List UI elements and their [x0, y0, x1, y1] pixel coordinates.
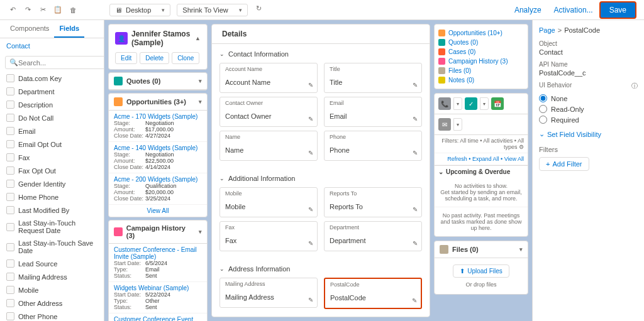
refresh-icon[interactable]: ↻ — [254, 4, 264, 14]
edit-button[interactable]: Edit — [115, 52, 137, 64]
chevron-down-icon[interactable]: ▾ — [199, 99, 202, 105]
field-item-do-not-call[interactable]: Do Not Call — [0, 111, 104, 124]
chevron-down-icon[interactable]: ⌄ — [219, 51, 225, 57]
edit-icon[interactable]: ✎ — [308, 206, 313, 213]
add-filter-button[interactable]: +Add Filter — [539, 157, 589, 171]
follow-icon[interactable]: ▲ — [195, 35, 201, 41]
opportunity-link[interactable]: Acme - 170 Widgets (Sample) — [114, 113, 202, 120]
files-header[interactable]: Files (0) — [452, 246, 479, 253]
opportunity-item[interactable]: Acme - 200 Widgets (Sample)Stage:Qualifi… — [109, 173, 207, 205]
field-search-input[interactable] — [18, 59, 104, 67]
field-fax[interactable]: FaxFax✎ — [219, 221, 318, 251]
edit-icon[interactable]: ✎ — [308, 150, 313, 156]
edit-icon[interactable]: ✎ — [413, 82, 418, 89]
email-menu[interactable]: ▾ — [453, 118, 462, 131]
info-icon[interactable]: ⓘ — [631, 82, 638, 90]
related-link[interactable]: Files (0) — [438, 66, 524, 75]
cut-icon[interactable]: ✂ — [38, 5, 48, 15]
related-link[interactable]: Quotes (0) — [438, 38, 524, 47]
related-link-label[interactable]: Quotes (0) — [448, 39, 478, 46]
chevron-down-icon[interactable]: ▾ — [199, 78, 202, 84]
undo-icon[interactable]: ↶ — [8, 5, 18, 15]
campaign-link[interactable]: Customer Conference - Email Invite (Samp… — [114, 246, 202, 260]
radio-readonly[interactable]: Read-Only — [539, 104, 638, 114]
chevron-down-icon[interactable]: ▾ — [199, 229, 202, 235]
field-item-mobile[interactable]: Mobile — [0, 283, 104, 297]
field-item-department[interactable]: Department — [0, 85, 104, 98]
related-link-label[interactable]: Campaign History (3) — [448, 58, 508, 65]
edit-icon[interactable]: ✎ — [308, 82, 313, 89]
radio-required[interactable]: Required — [539, 114, 638, 125]
filter-gear-icon[interactable]: ⚙ — [519, 144, 524, 150]
edit-icon[interactable]: ✎ — [412, 297, 417, 304]
chevron-down-icon[interactable]: ⌄ — [438, 168, 443, 175]
set-field-visibility[interactable]: ⌄Set Field Visibility — [539, 130, 638, 138]
copy-icon[interactable]: 📋 — [53, 5, 63, 15]
field-item-email-opt-out[interactable]: Email Opt Out — [0, 138, 104, 151]
chevron-down-icon[interactable]: ⌄ — [219, 175, 225, 182]
related-link-label[interactable]: Cases (0) — [448, 48, 475, 55]
log-call-menu[interactable]: ▾ — [453, 97, 462, 110]
edit-icon[interactable]: ✎ — [308, 297, 313, 303]
field-reports-to[interactable]: Reports ToReports To✎ — [324, 187, 422, 217]
chevron-down-icon[interactable]: ▾ — [519, 246, 523, 253]
field-postalcode[interactable]: PostalCodePostalCode✎ — [324, 278, 422, 309]
log-call-tab[interactable]: 📞 — [438, 97, 451, 110]
tab-fields[interactable]: Fields — [54, 20, 84, 38]
activity-links[interactable]: Refresh • Expand All • View All — [435, 153, 528, 165]
field-item-fax-opt-out[interactable]: Fax Opt Out — [0, 164, 104, 177]
related-link-label[interactable]: Notes (0) — [448, 77, 474, 84]
upload-files-button[interactable]: ⬆Upload Files — [453, 264, 509, 278]
delete-icon[interactable]: 🗑 — [68, 5, 78, 15]
chevron-down-icon[interactable]: ⌄ — [219, 266, 225, 272]
quotes-header[interactable]: Quotes (0) — [126, 77, 160, 85]
clone-button[interactable]: Clone — [172, 52, 199, 64]
tab-components[interactable]: Components — [5, 20, 54, 38]
opportunity-item[interactable]: Acme - 170 Widgets (Sample)Stage:Negotia… — [109, 111, 207, 142]
view-all-opps[interactable]: View All — [109, 205, 207, 217]
edit-icon[interactable]: ✎ — [413, 150, 418, 156]
breadcrumb-page[interactable]: Page — [539, 26, 555, 34]
field-department[interactable]: DepartmentDepartment✎ — [324, 221, 422, 251]
edit-icon[interactable]: ✎ — [413, 116, 418, 122]
field-item-data-com-key[interactable]: Data.com Key — [0, 72, 104, 85]
field-mailing-address[interactable]: Mailing AddressMailing Address✎ — [219, 278, 318, 308]
campaign-item[interactable]: Customer Conference - Email Invite (Samp… — [109, 244, 207, 282]
new-task-tab[interactable]: ✓ — [465, 97, 477, 110]
opportunity-link[interactable]: Acme - 140 Widgets (Sample) — [114, 144, 202, 151]
analyze-button[interactable]: Analyze — [508, 6, 548, 14]
field-item-gender-identity[interactable]: Gender Identity — [0, 177, 104, 190]
related-link[interactable]: Cases (0) — [438, 47, 524, 57]
related-link[interactable]: Campaign History (3) — [438, 57, 524, 66]
delete-button[interactable]: Delete — [140, 52, 169, 64]
new-task-menu[interactable]: ▾ — [480, 97, 489, 110]
field-item-last-stay-in-touch-save-date[interactable]: Last Stay-in-Touch Save Date — [0, 237, 104, 257]
opportunity-item[interactable]: Acme - 140 Widgets (Sample)Stage:Negotia… — [109, 142, 207, 173]
related-link[interactable]: Opportunities (10+) — [438, 28, 524, 38]
field-email[interactable]: EmailEmail✎ — [324, 97, 422, 127]
field-item-last-stay-in-touch-request-date[interactable]: Last Stay-in-Touch Request Date — [0, 217, 104, 237]
field-title[interactable]: TitleTitle✎ — [324, 63, 422, 93]
opportunities-header[interactable]: Opportunities (3+) — [126, 98, 186, 106]
campaign-header[interactable]: Campaign History (3) — [126, 224, 195, 239]
campaign-link[interactable]: Widgets Webinar (Sample) — [114, 285, 202, 291]
field-item-home-phone[interactable]: Home Phone — [0, 190, 104, 204]
radio-none[interactable]: None — [539, 93, 638, 104]
edit-icon[interactable]: ✎ — [308, 240, 313, 247]
field-item-other-address[interactable]: Other Address — [0, 297, 104, 310]
field-item-other-phone[interactable]: Other Phone — [0, 310, 104, 321]
field-item-lead-source[interactable]: Lead Source — [0, 257, 104, 270]
new-event-tab[interactable]: 📅 — [491, 97, 504, 110]
object-type-link[interactable]: Contact — [0, 38, 104, 53]
field-contact-owner[interactable]: Contact OwnerContact Owner✎ — [219, 97, 318, 127]
edit-icon[interactable]: ✎ — [413, 240, 418, 247]
field-item-last-modified-by[interactable]: Last Modified By — [0, 204, 104, 217]
campaign-link[interactable]: Customer Conference Event (Sample) — [114, 316, 202, 321]
campaign-item[interactable]: Customer Conference Event (Sample)Start … — [109, 313, 207, 321]
email-tab[interactable]: ✉ — [438, 118, 451, 131]
related-link-label[interactable]: Opportunities (10+) — [448, 30, 502, 36]
field-mobile[interactable]: MobileMobile✎ — [219, 187, 318, 217]
campaign-item[interactable]: Widgets Webinar (Sample)Start Date:5/22/… — [109, 282, 207, 313]
field-phone[interactable]: PhonePhone✎ — [324, 131, 422, 161]
related-link[interactable]: Notes (0) — [438, 75, 524, 85]
